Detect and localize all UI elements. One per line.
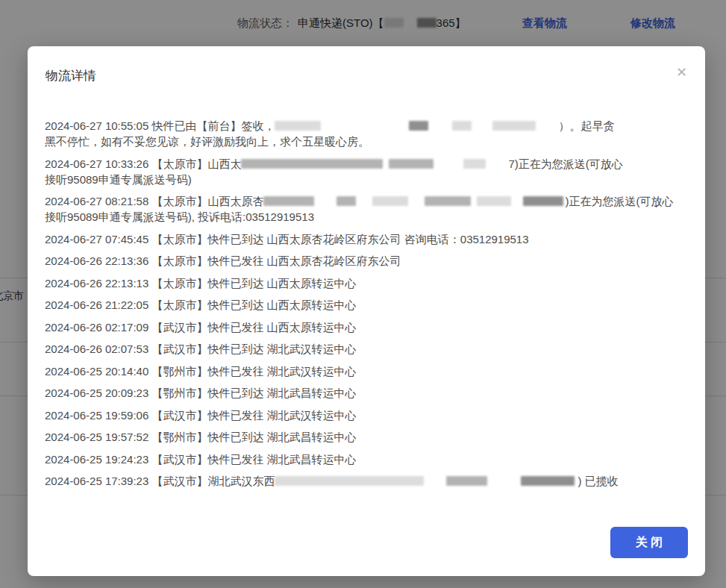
redacted-block <box>275 476 424 486</box>
entry-text: 2024-06-25 19:24:23 【武汉市】快件已发往 湖北武昌转运中心 <box>45 453 357 466</box>
entry-text: 黑不停忙，如有不妥您见谅，好评激励我向上，求个五星暖心房。 <box>45 135 369 148</box>
tracking-entry: 2024-06-25 19:24:23 【武汉市】快件已发往 湖北武昌转运中心 <box>45 451 688 467</box>
redacted-block <box>263 196 314 206</box>
redacted-block <box>477 196 511 206</box>
redacted-block <box>275 121 321 131</box>
entry-text: 7)正在为您派送(可放心 <box>508 157 622 170</box>
tracking-entry: 2024-06-26 02:17:09 【武汉市】快件已发往 山西太原转运中心 <box>45 319 688 335</box>
entry-text: 2024-06-26 22:13:36 【太原市】快件已发往 山西太原杏花岭区府… <box>45 254 401 267</box>
entry-text: 2024-06-25 19:57:52 【鄂州市】快件已到达 湖北武昌转运中心 <box>45 431 357 443</box>
entry-text: 接听95089申通专属派送号码), 投诉电话:03512919513 <box>45 210 314 223</box>
redacted-block <box>425 196 471 206</box>
tracking-entry: 2024-06-25 17:39:23 【武汉市】湖北武汉东西) 已揽收 <box>45 473 688 489</box>
redacted-block <box>446 476 487 486</box>
redacted-block <box>409 121 428 131</box>
redacted-block <box>492 121 536 131</box>
entry-text: 接听95089申通专属派送号码) <box>45 173 192 186</box>
tracking-entry: 2024-06-25 19:59:06 【武汉市】快件已发往 湖北武汉转运中心 <box>45 407 688 423</box>
tracking-entry: 2024-06-27 10:33:26 【太原市】山西太7)正在为您派送(可放心… <box>45 156 688 187</box>
modal-title: 物流详情 <box>46 67 96 84</box>
close-icon[interactable]: ✕ <box>676 66 687 79</box>
tracking-entry: 2024-06-26 22:13:13 【太原市】快件已到达 山西太原转运中心 <box>45 275 688 291</box>
redacted-block <box>241 159 383 169</box>
tracking-entry: 2024-06-27 10:55:05 快件已由【前台】签收，）。起早贪黑不停忙… <box>45 118 688 149</box>
entry-text: 2024-06-26 02:07:53 【武汉市】快件已到达 湖北武汉转运中心 <box>45 343 357 355</box>
redacted-block <box>463 159 486 169</box>
tracking-entry: 2024-06-26 22:13:36 【太原市】快件已发往 山西太原杏花岭区府… <box>45 253 688 269</box>
redacted-block <box>389 159 434 169</box>
logistics-detail-modal: 物流详情 ✕ 2024-06-27 10:55:05 快件已由【前台】签收，）。… <box>28 46 705 576</box>
entry-text: ) 已揽收 <box>578 475 618 487</box>
tracking-entry: 2024-06-25 19:57:52 【鄂州市】快件已到达 湖北武昌转运中心 <box>45 429 688 445</box>
tracking-entry: 2024-06-27 07:45:45 【太原市】快件已到达 山西太原杏花岭区府… <box>45 231 688 247</box>
entry-text: 2024-06-27 10:33:26 【太原市】山西太 <box>45 157 241 170</box>
tracking-entry: 2024-06-27 08:21:58 【太原市】山西太原杏)正在为您派送(可放… <box>45 193 688 225</box>
tracking-entry: 2024-06-25 20:14:40 【鄂州市】快件已发往 湖北武汉转运中心 <box>45 363 688 379</box>
redacted-block <box>452 121 472 131</box>
entry-text: 2024-06-27 08:21:58 【太原市】山西太原杏 <box>45 195 263 207</box>
entry-text: 2024-06-26 21:22:05 【太原市】快件已到达 山西太原转运中心 <box>45 298 357 311</box>
entry-text: )正在为您派送(可放心 <box>565 195 673 207</box>
entry-text: 2024-06-26 02:17:09 【武汉市】快件已发往 山西太原转运中心 <box>45 321 357 334</box>
entry-text: 2024-06-26 22:13:13 【太原市】快件已到达 山西太原转运中心 <box>45 277 357 290</box>
entry-text: ）。起早贪 <box>558 119 614 132</box>
entry-text: 2024-06-27 10:55:05 快件已由【前台】签收， <box>45 119 275 132</box>
entry-text: 2024-06-27 07:45:45 【太原市】快件已到达 山西太原杏花岭区府… <box>45 233 529 245</box>
redacted-block <box>372 196 408 206</box>
entry-text: 2024-06-25 20:09:23 【鄂州市】快件已到达 湖北武昌转运中心 <box>45 387 357 399</box>
entry-text: 2024-06-25 20:14:40 【鄂州市】快件已发往 湖北武汉转运中心 <box>45 365 357 378</box>
tracking-entry: 2024-06-25 20:09:23 【鄂州市】快件已到达 湖北武昌转运中心 <box>45 385 688 401</box>
entry-text: 2024-06-25 19:59:06 【武汉市】快件已发往 湖北武汉转运中心 <box>45 409 357 422</box>
tracking-entry: 2024-06-26 21:22:05 【太原市】快件已到达 山西太原转运中心 <box>45 297 688 313</box>
tracking-list: 2024-06-27 10:55:05 快件已由【前台】签收，）。起早贪黑不停忙… <box>45 118 688 495</box>
tracking-entry: 2024-06-26 02:07:53 【武汉市】快件已到达 湖北武汉转运中心 <box>45 341 688 357</box>
redacted-block <box>521 476 575 486</box>
redacted-block <box>523 196 563 206</box>
redacted-block <box>337 196 356 206</box>
close-button[interactable]: 关 闭 <box>610 527 688 558</box>
entry-text: 2024-06-25 17:39:23 【武汉市】湖北武汉东西 <box>45 475 275 487</box>
